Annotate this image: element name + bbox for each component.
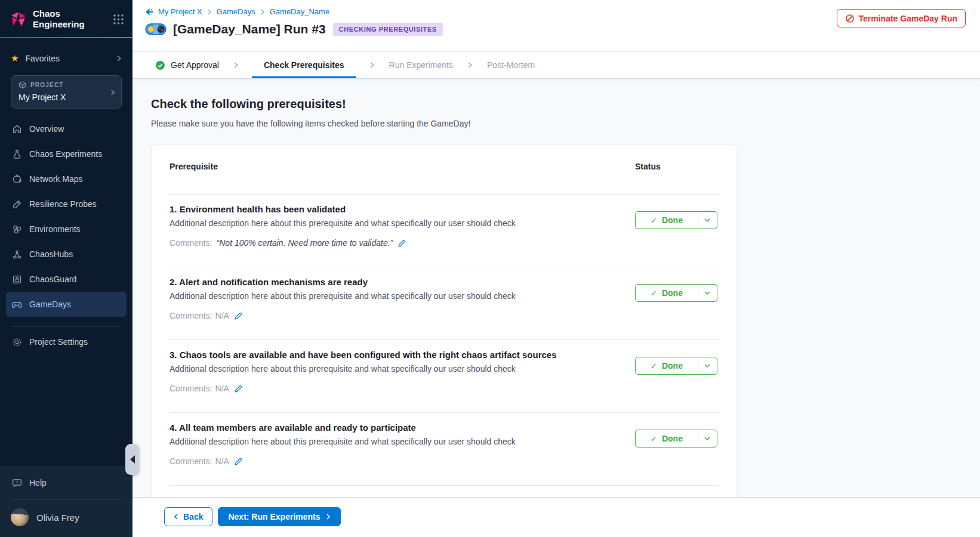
sidebar: Chaos Engineering ★ Favorites PROJECT My… bbox=[0, 0, 132, 537]
breadcrumb-link-project[interactable]: My Project X bbox=[158, 7, 202, 16]
favorites-label: Favorites bbox=[25, 54, 60, 63]
button-divider bbox=[698, 288, 698, 298]
sidebar-item-label: Help bbox=[29, 478, 47, 487]
user-menu[interactable]: Olivia Frey bbox=[0, 500, 132, 537]
sidebar-item-overview[interactable]: Overview bbox=[0, 116, 132, 141]
table-row: 1. Environment health has been validated… bbox=[170, 195, 719, 267]
sidebar-item-project-settings[interactable]: Project Settings bbox=[0, 329, 132, 354]
next-run-experiments-button[interactable]: Next: Run Experiments bbox=[218, 507, 340, 526]
sidebar-item-label: ChaosHubs bbox=[29, 249, 73, 259]
home-icon bbox=[11, 124, 22, 134]
prerequisite-description: Additional description here about this p… bbox=[170, 437, 617, 446]
stepper: Get Approval Check Prerequisites Run Exp… bbox=[132, 52, 980, 79]
gamepad-emoji-icon bbox=[145, 22, 167, 36]
tab-label: Run Experiments bbox=[389, 60, 453, 70]
status-dropdown-button[interactable]: ✓Done bbox=[635, 357, 717, 375]
svg-text:?: ? bbox=[16, 479, 18, 484]
page-header: My Project X GameDays GameDay_Name [Game… bbox=[132, 0, 980, 52]
prerequisite-title: 4. All team members are available and re… bbox=[170, 422, 617, 433]
avatar bbox=[11, 508, 29, 526]
sidebar-item-label: Project Settings bbox=[29, 337, 88, 347]
brand-divider bbox=[0, 37, 132, 38]
status-dropdown-button[interactable]: ✓Done bbox=[635, 430, 717, 448]
tab-post-mortem[interactable]: Post-Mortem bbox=[486, 52, 536, 78]
sidebar-item-label: Network Maps bbox=[29, 174, 82, 184]
star-icon: ★ bbox=[11, 53, 19, 64]
tab-run-experiments[interactable]: Run Experiments bbox=[388, 52, 454, 78]
chevron-down-icon[interactable] bbox=[704, 363, 711, 368]
main-area: My Project X GameDays GameDay_Name [Game… bbox=[132, 0, 980, 537]
prohibit-icon bbox=[845, 14, 855, 23]
apps-grid-icon[interactable] bbox=[113, 14, 124, 25]
probe-icon bbox=[11, 199, 22, 209]
gear-icon bbox=[11, 337, 22, 347]
edit-comment-icon[interactable] bbox=[397, 239, 406, 248]
chevron-left-icon bbox=[174, 513, 178, 520]
project-selector[interactable]: PROJECT My Project X bbox=[11, 75, 122, 109]
chevron-down-icon[interactable] bbox=[704, 291, 711, 295]
status-value: Done bbox=[662, 434, 683, 443]
sidebar-item-environments[interactable]: Environments bbox=[0, 217, 132, 242]
sidebar-header: Chaos Engineering bbox=[0, 0, 132, 37]
tab-label: Post-Mortem bbox=[487, 60, 535, 70]
table-row: 4. All team members are available and re… bbox=[170, 413, 719, 486]
page-title: [GameDay_Name] Run #3 bbox=[173, 22, 326, 36]
table-row: 3. Chaos tools are available and have be… bbox=[170, 340, 719, 413]
sidebar-item-chaoshubs[interactable]: ChaosHubs bbox=[0, 242, 132, 267]
status-dropdown-button[interactable]: ✓Done bbox=[635, 211, 717, 229]
button-divider bbox=[698, 361, 698, 371]
edit-comment-icon[interactable] bbox=[234, 457, 243, 466]
button-divider bbox=[698, 434, 698, 443]
prerequisite-title: 2. Alert and notification mechanisms are… bbox=[170, 277, 617, 287]
comment-text: N/A bbox=[215, 456, 229, 466]
breadcrumb-link-gamedays[interactable]: GameDays bbox=[217, 7, 255, 16]
terminate-gameday-run-button[interactable]: Terminate GameDay Run bbox=[837, 9, 966, 27]
sidebar-collapse-handle[interactable] bbox=[125, 444, 139, 475]
sidebar-bottom: ? Help Olivia Frey bbox=[0, 466, 132, 537]
tab-get-approval[interactable]: Get Approval bbox=[154, 52, 220, 78]
sidebar-item-chaos-experiments[interactable]: Chaos Experiments bbox=[0, 141, 132, 166]
comment-text: N/A bbox=[215, 311, 229, 320]
content-subheading: Please make sure you have the following … bbox=[151, 119, 980, 128]
edit-comment-icon[interactable] bbox=[234, 384, 243, 393]
chevron-down-icon[interactable] bbox=[704, 218, 711, 223]
next-label: Next: Run Experiments bbox=[228, 512, 320, 521]
chevron-right-icon bbox=[467, 52, 473, 78]
network-map-icon bbox=[11, 174, 22, 184]
sidebar-item-gamedays[interactable]: GameDays bbox=[6, 292, 127, 317]
sidebar-item-label: Chaos Experiments bbox=[29, 149, 102, 159]
sidebar-item-label: GameDays bbox=[29, 300, 71, 309]
project-name: My Project X bbox=[19, 92, 115, 102]
chevron-right-icon bbox=[260, 9, 265, 15]
sidebar-item-chaosguard[interactable]: ChaosGuard bbox=[0, 267, 132, 292]
tab-check-prerequisites[interactable]: Check Prerequisites bbox=[252, 52, 356, 78]
sidebar-item-favorites[interactable]: ★ Favorites bbox=[0, 51, 132, 66]
app-title: Chaos Engineering bbox=[33, 8, 93, 30]
check-icon: ✓ bbox=[651, 362, 657, 371]
wizard-footer: Back Next: Run Experiments bbox=[132, 497, 980, 537]
check-icon: ✓ bbox=[651, 434, 657, 443]
check-icon: ✓ bbox=[651, 216, 657, 225]
prerequisite-title: 3. Chaos tools are available and have be… bbox=[170, 350, 617, 360]
chevron-down-icon[interactable] bbox=[704, 436, 711, 441]
edit-comment-icon[interactable] bbox=[234, 311, 243, 320]
back-button[interactable]: Back bbox=[164, 507, 212, 526]
app-root: Chaos Engineering ★ Favorites PROJECT My… bbox=[0, 0, 980, 537]
status-dropdown-button[interactable]: ✓Done bbox=[635, 284, 717, 302]
table-header: Prerequisite Status bbox=[170, 145, 719, 195]
table-row: 2. Alert and notification mechanisms are… bbox=[170, 267, 719, 340]
sidebar-item-resilience-probes[interactable]: Resilience Probes bbox=[0, 192, 132, 217]
status-badge: CHECKING PREREQUISITES bbox=[333, 23, 443, 36]
sidebar-item-help[interactable]: ? Help bbox=[0, 466, 132, 499]
comments-label: Comments: bbox=[170, 238, 212, 248]
content-heading: Check the following prerequisites! bbox=[151, 97, 980, 111]
hub-icon bbox=[11, 249, 22, 260]
chaos-engineering-logo bbox=[10, 10, 27, 28]
sidebar-divider bbox=[11, 326, 122, 327]
gamepad-icon bbox=[11, 300, 22, 310]
breadcrumb-link-gameday-name[interactable]: GameDay_Name bbox=[270, 7, 329, 16]
flask-icon bbox=[11, 149, 22, 159]
terminate-label: Terminate GameDay Run bbox=[859, 14, 957, 23]
sidebar-item-network-maps[interactable]: Network Maps bbox=[0, 166, 132, 192]
column-header-status: Status bbox=[635, 162, 719, 171]
